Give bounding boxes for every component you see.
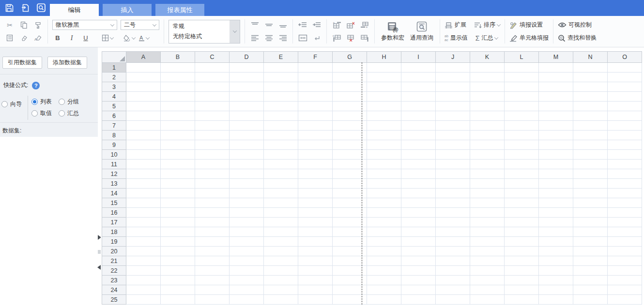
cell-J5[interactable] [436,102,470,111]
cell-K2[interactable] [470,73,505,82]
cell-I19[interactable] [401,237,436,247]
cell-M18[interactable] [539,227,573,237]
row-header-1[interactable]: 1 [102,63,126,73]
cell-L22[interactable] [505,266,539,276]
row-header-6[interactable]: 6 [102,111,126,121]
cell-F3[interactable] [298,82,333,92]
font-family-select[interactable]: 微软雅黑 [52,20,117,30]
cell-F19[interactable] [298,237,333,247]
cell-L15[interactable] [505,198,539,208]
cell-K13[interactable] [470,179,505,189]
cell-H16[interactable] [367,208,401,218]
cell-K8[interactable] [470,131,505,140]
cell-L21[interactable] [505,256,539,266]
cell-H18[interactable] [367,227,401,237]
radio-0[interactable]: 向导 [1,100,22,108]
cell-B22[interactable] [161,266,195,276]
halign-center-icon[interactable] [263,33,274,43]
cell-C8[interactable] [195,131,230,140]
cell-M19[interactable] [539,237,573,247]
row-header-15[interactable]: 15 [102,198,126,208]
cell-C14[interactable] [195,189,230,198]
cell-E4[interactable] [264,92,298,102]
cell-D20[interactable] [230,247,264,256]
cell-C10[interactable] [195,150,230,160]
cell-K16[interactable] [470,208,505,218]
cell-O6[interactable] [608,111,642,121]
cell-G15[interactable] [333,198,367,208]
cell-C2[interactable] [195,73,230,82]
cell-L7[interactable] [505,121,539,131]
cell-E9[interactable] [264,140,298,150]
cell-D24[interactable] [230,285,264,295]
cell-A4[interactable] [126,92,161,102]
cell-H20[interactable] [367,247,401,256]
cell-D12[interactable] [230,169,264,179]
cell-J1[interactable] [436,63,470,73]
cell-H19[interactable] [367,237,401,247]
row-header-20[interactable]: 20 [102,247,126,256]
cell-E8[interactable] [264,131,298,140]
cell-B5[interactable] [161,102,195,111]
cell-I1[interactable] [401,63,436,73]
cell-F7[interactable] [298,121,333,131]
cell-L16[interactable] [505,208,539,218]
cell-C4[interactable] [195,92,230,102]
cell-H15[interactable] [367,198,401,208]
cell-M25[interactable] [539,295,573,305]
cell-M15[interactable] [539,198,573,208]
cell-N3[interactable] [573,82,608,92]
row-header-5[interactable]: 5 [102,102,126,111]
cell-O2[interactable] [608,73,642,82]
cell-E12[interactable] [264,169,298,179]
cell-K15[interactable] [470,198,505,208]
cell-C22[interactable] [195,266,230,276]
cell-A16[interactable] [126,208,161,218]
cell-H25[interactable] [367,295,401,305]
cell-N9[interactable] [573,140,608,150]
cell-G4[interactable] [333,92,367,102]
cell-E7[interactable] [264,121,298,131]
cell-C3[interactable] [195,82,230,92]
cell-L13[interactable] [505,179,539,189]
cell-N5[interactable] [573,102,608,111]
cell-E2[interactable] [264,73,298,82]
cell-H8[interactable] [367,131,401,140]
cell-I5[interactable] [401,102,436,111]
cell-G20[interactable] [333,247,367,256]
cell-N8[interactable] [573,131,608,140]
cell-E23[interactable] [264,276,298,285]
cell-L5[interactable] [505,102,539,111]
cell-G9[interactable] [333,140,367,150]
cell-M3[interactable] [539,82,573,92]
cell-M13[interactable] [539,179,573,189]
cell-E3[interactable] [264,82,298,92]
cell-L20[interactable] [505,247,539,256]
cell-F18[interactable] [298,227,333,237]
cell-C13[interactable] [195,179,230,189]
cell-D15[interactable] [230,198,264,208]
cell-A18[interactable] [126,227,161,237]
cell-L9[interactable] [505,140,539,150]
cell-O3[interactable] [608,82,642,92]
cell-I7[interactable] [401,121,436,131]
cell-J11[interactable] [436,160,470,169]
cell-G14[interactable] [333,189,367,198]
cell-K4[interactable] [470,92,505,102]
cell-L1[interactable] [505,63,539,73]
cell-F20[interactable] [298,247,333,256]
row-header-7[interactable]: 7 [102,121,126,131]
cell-K22[interactable] [470,266,505,276]
cell-N25[interactable] [573,295,608,305]
cell-K23[interactable] [470,276,505,285]
cell-J10[interactable] [436,150,470,160]
cell-K20[interactable] [470,247,505,256]
cell-B13[interactable] [161,179,195,189]
cell-N23[interactable] [573,276,608,285]
cell-K21[interactable] [470,256,505,266]
insert-column-icon[interactable]: + [331,33,342,43]
eraser-icon[interactable] [18,33,29,43]
cell-I23[interactable] [401,276,436,285]
cell-F24[interactable] [298,285,333,295]
cell-D9[interactable] [230,140,264,150]
